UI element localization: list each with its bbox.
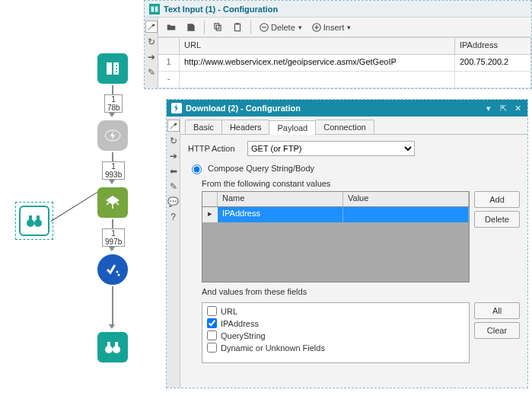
http-action-select[interactable]: GET (or FTP)	[247, 141, 415, 156]
tab-basic[interactable]: Basic	[185, 120, 222, 134]
svg-rect-14	[149, 4, 160, 14]
side-tabs: ↻ ➔ ✎	[145, 18, 158, 88]
field-ipaddress[interactable]: IPAddress	[207, 318, 464, 328]
row-select-header	[202, 192, 218, 206]
connector-label-1: 1 78b	[104, 94, 123, 113]
column-header-ip[interactable]: IPAddress	[455, 38, 531, 55]
tab-annotate[interactable]: ✎	[167, 180, 180, 193]
chevron-down-icon: ▾	[298, 24, 302, 31]
tab-headers[interactable]: Headers	[221, 120, 270, 134]
fields-list: URL IPAddress QueryString Dynamic or Unk…	[202, 302, 470, 363]
tab-annotate[interactable]: ✎	[145, 66, 158, 78]
tab-import[interactable]: ⬅	[167, 165, 180, 177]
row-header-blank	[158, 38, 180, 55]
paste-button[interactable]	[229, 21, 246, 34]
connector-label-2: 1 993b	[102, 161, 125, 180]
arrow-icon	[109, 247, 115, 251]
binoculars-icon	[104, 338, 122, 356]
compose-label: Compose Query String/Body	[208, 164, 314, 173]
app-icon	[171, 103, 182, 113]
constants-grid[interactable]: Name Value ▸ IPAddress	[202, 191, 470, 282]
insert-button[interactable]: Insert▾	[308, 21, 355, 34]
tab-strip: Basic Headers Payload Connection	[180, 117, 527, 135]
svg-point-11	[113, 346, 120, 353]
tab-configure[interactable]	[167, 120, 180, 132]
tab-comment[interactable]: 💬	[167, 196, 180, 208]
save-icon	[186, 22, 196, 33]
http-action-label: HTTP Action	[188, 144, 241, 153]
open-button[interactable]	[163, 21, 180, 34]
clear-button[interactable]: Clear	[474, 322, 520, 339]
select-node[interactable]	[97, 254, 128, 285]
payload-pane: HTTP Action GET (or FTP) Compose Query S…	[180, 135, 527, 369]
tab-export[interactable]: ➔	[167, 150, 180, 162]
cell-name[interactable]: IPAddress	[218, 207, 343, 222]
svg-point-0	[27, 219, 34, 227]
wrench-icon	[147, 22, 156, 31]
wrench-icon	[169, 121, 178, 130]
svg-point-6	[116, 71, 117, 72]
field-url[interactable]: URL	[207, 306, 464, 316]
browse-node-bottom[interactable]	[97, 332, 128, 362]
fields-heading: And values from these fields	[202, 287, 520, 296]
compose-radio-input[interactable]	[192, 164, 202, 174]
save-button[interactable]	[183, 21, 199, 34]
text-input-node[interactable]	[97, 53, 128, 84]
tab-help[interactable]: ?	[167, 211, 180, 223]
titlebar[interactable]: Download (2) - Configuration ▾ ⇱ ✕	[167, 100, 527, 117]
close-button[interactable]: ✕	[512, 104, 523, 113]
data-grid[interactable]: URL IPAddress 1 http://www.webservicex.n…	[158, 37, 531, 88]
tab-export[interactable]: ➔	[145, 51, 158, 63]
toolbar: Delete▾ Insert▾	[158, 18, 531, 37]
cell-empty[interactable]	[180, 72, 455, 88]
tab-connection[interactable]: Connection	[315, 120, 374, 134]
side-tabs: ↻ ➔ ⬅ ✎ 💬 ?	[167, 117, 180, 388]
connector-line	[112, 219, 113, 228]
add-button[interactable]: Add	[474, 191, 520, 208]
constants-heading: From the following constant values	[202, 179, 520, 188]
delete-button[interactable]: Delete▾	[256, 21, 305, 34]
connector-diag	[51, 189, 103, 222]
field-dynamic[interactable]: Dynamic or Unknown Fields	[207, 343, 464, 353]
window-title: Download (2) - Configuration	[186, 104, 301, 113]
svg-rect-13	[115, 342, 118, 346]
arrow-icon	[109, 324, 115, 329]
col-name[interactable]: Name	[218, 192, 343, 206]
lightning-cloud-icon	[104, 126, 122, 145]
titlebar[interactable]: Text Input (1) - Configuration	[145, 1, 531, 18]
tab-refresh[interactable]: ↻	[167, 135, 180, 147]
text-input-config-window: Text Input (1) - Configuration ↻ ➔ ✎ Del…	[144, 0, 532, 89]
svg-point-1	[34, 219, 42, 227]
grid-row-selected[interactable]: ▸ IPAddress	[202, 207, 469, 222]
field-querystring[interactable]: QueryString	[207, 330, 464, 340]
row-number-empty[interactable]: -	[158, 72, 180, 88]
compose-radio[interactable]: Compose Query String/Body	[188, 162, 520, 174]
all-button[interactable]: All	[474, 302, 520, 319]
connector-line	[112, 152, 113, 161]
minus-circle-icon	[259, 22, 269, 33]
copy-button[interactable]	[209, 21, 226, 34]
xml-parse-icon	[104, 193, 122, 212]
column-header-url[interactable]: URL	[180, 38, 455, 55]
tab-payload[interactable]: Payload	[269, 120, 316, 135]
dropdown-button[interactable]: ▾	[483, 104, 494, 113]
connector-label-3: 1 997b	[102, 228, 125, 247]
pin-button[interactable]: ⇱	[498, 104, 508, 113]
tab-refresh[interactable]: ↻	[145, 36, 158, 48]
cell-value[interactable]	[343, 207, 469, 222]
row-number[interactable]: 1	[158, 55, 180, 72]
copy-icon	[212, 22, 223, 33]
browse-node-left[interactable]	[19, 206, 49, 236]
cell-empty[interactable]	[455, 72, 531, 88]
download-node[interactable]	[97, 120, 128, 151]
connector-line	[112, 85, 113, 94]
cell-ip[interactable]: 200.75.200.2	[455, 55, 531, 72]
svg-point-4	[116, 65, 117, 66]
col-value[interactable]: Value	[343, 192, 469, 206]
xml-parse-node[interactable]	[97, 187, 128, 218]
tab-configure[interactable]	[145, 21, 158, 33]
svg-rect-18	[236, 23, 239, 24]
cell-url[interactable]: http://www.webservicex.net/geoipservice.…	[180, 55, 455, 72]
delete-button[interactable]: Delete	[474, 211, 520, 228]
arrow-icon	[109, 180, 115, 184]
